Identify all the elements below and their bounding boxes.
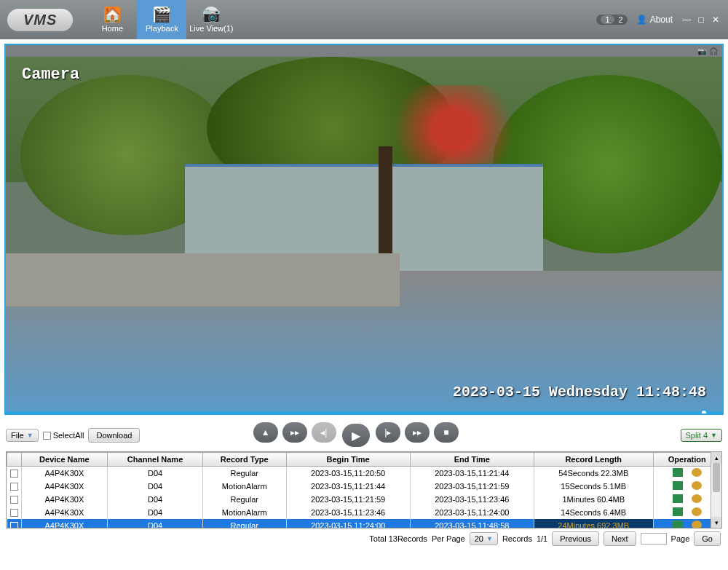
cell-channel: D04: [108, 519, 203, 529]
video-progress-handle[interactable]: [700, 409, 708, 415]
row-checkbox[interactable]: [10, 509, 18, 517]
cell-type: Regular: [202, 493, 286, 506]
snapshot-icon[interactable]: 📷: [697, 47, 706, 55]
download-button[interactable]: Download: [88, 428, 140, 443]
tab-home[interactable]: 🏠 Home: [87, 0, 137, 39]
fast-forward-button[interactable]: ▸▸: [405, 422, 430, 443]
window-controls: — □ ✕: [681, 15, 721, 25]
records-table: Device Name Channel Name Record Type Beg…: [7, 452, 721, 529]
table-header-row: Device Name Channel Name Record Type Beg…: [7, 453, 721, 467]
video-progress[interactable]: [6, 411, 722, 413]
play-button[interactable]: ▶: [341, 422, 371, 448]
cell-end: 2023-03-15,11:21:44: [410, 467, 534, 480]
playback-toolbar: File ▼ SelectAll Download ▲ ▸▸ ◂| ▶ |▸ ▸…: [0, 419, 728, 451]
cell-device: A4P4K30X: [21, 480, 108, 493]
cell-device: A4P4K30X: [21, 493, 108, 506]
clock-icon[interactable]: [692, 468, 702, 477]
col-device[interactable]: Device Name: [21, 453, 108, 467]
download-icon[interactable]: [673, 468, 683, 477]
per-page-select[interactable]: 20 ▼: [470, 532, 498, 545]
select-all-checkbox[interactable]: SelectAll: [43, 431, 84, 440]
cell-end: 2023-03-15,11:23:46: [410, 493, 534, 506]
tab-liveview-label: Live View(1): [189, 24, 233, 33]
next-button[interactable]: Next: [604, 531, 636, 546]
table-row[interactable]: A4P4K30XD04Regular2023-03-15,11:20:50202…: [7, 467, 721, 480]
playback-icon: 🎬: [154, 7, 170, 23]
cell-channel: D04: [108, 493, 203, 506]
go-button[interactable]: Go: [694, 531, 721, 546]
page-label: Page: [671, 534, 690, 543]
rewind-button[interactable]: ▸▸: [282, 422, 307, 443]
user-icon: 👤: [636, 15, 647, 25]
clock-icon[interactable]: [692, 481, 702, 490]
counter-1: 1: [601, 15, 614, 24]
cell-type: MotionAlarm: [202, 506, 286, 519]
alarm-counter[interactable]: 1 2: [596, 15, 627, 25]
video-frame: [6, 57, 722, 413]
col-channel[interactable]: Channel Name: [108, 453, 203, 467]
tab-playback[interactable]: 🎬 Playback: [137, 0, 186, 39]
checkbox-icon: [43, 432, 51, 440]
tab-liveview[interactable]: 📷 Live View(1): [186, 0, 236, 39]
clock-icon[interactable]: [692, 494, 702, 503]
per-page-label: Per Page: [432, 534, 465, 543]
page-input[interactable]: [641, 533, 667, 545]
col-end[interactable]: End Time: [410, 453, 534, 467]
pager-bar: Total 13Records Per Page 20 ▼ Records 1/…: [0, 529, 728, 549]
titlebar: VMS 🏠 Home 🎬 Playback 📷 Live View(1) 1 2…: [0, 0, 728, 39]
maximize-button[interactable]: □: [696, 15, 706, 25]
liveview-icon: 📷: [203, 7, 219, 23]
file-dropdown[interactable]: File ▼: [6, 429, 39, 442]
col-type[interactable]: Record Type: [202, 453, 286, 467]
col-length[interactable]: Record Length: [534, 453, 653, 467]
video-viewport[interactable]: 📷 🎧 Camera 2023-03-15 Wednesday 11:48:48: [4, 44, 724, 415]
row-checkbox[interactable]: [10, 483, 18, 491]
cell-begin: 2023-03-15,11:20:50: [286, 467, 410, 480]
eject-button[interactable]: ▲: [253, 422, 278, 443]
scroll-up-button[interactable]: ▴: [711, 452, 721, 463]
select-all-label: SelectAll: [53, 431, 84, 440]
cell-begin: 2023-03-15,11:21:44: [286, 480, 410, 493]
download-icon[interactable]: [673, 520, 683, 529]
camera-overlay-label: Camera: [22, 66, 79, 84]
vertical-scrollbar[interactable]: ▴ ▾: [711, 452, 721, 528]
nav-tabs: 🏠 Home 🎬 Playback 📷 Live View(1): [87, 0, 236, 39]
prev-frame-button[interactable]: ◂|: [312, 422, 336, 443]
cell-length: 15Seconds 5.1MB: [534, 480, 653, 493]
split-dropdown[interactable]: Split 4 ▼: [681, 429, 723, 442]
about-button[interactable]: 👤 About: [636, 15, 673, 25]
row-checkbox[interactable]: [10, 522, 18, 529]
cell-length: 1Minutes 60.4MB: [534, 493, 653, 506]
cell-channel: D04: [108, 480, 203, 493]
cell-device: A4P4K30X: [21, 467, 108, 480]
table-row[interactable]: A4P4K30XD04MotionAlarm2023-03-15,11:21:4…: [7, 480, 721, 493]
close-button[interactable]: ✕: [711, 15, 721, 25]
previous-button[interactable]: Previous: [552, 531, 599, 546]
scroll-down-button[interactable]: ▾: [711, 517, 721, 528]
download-icon[interactable]: [673, 507, 683, 516]
table-row[interactable]: A4P4K30XD04Regular2023-03-15,11:21:59202…: [7, 493, 721, 506]
titlebar-right: 1 2 👤 About — □ ✕: [596, 15, 721, 25]
row-checkbox[interactable]: [10, 496, 18, 504]
download-icon[interactable]: [673, 494, 683, 503]
audio-icon[interactable]: 🎧: [709, 47, 718, 55]
download-icon[interactable]: [673, 481, 683, 490]
cell-type: Regular: [202, 519, 286, 529]
cell-type: MotionAlarm: [202, 480, 286, 493]
cell-length: 54Seconds 22.3MB: [534, 467, 653, 480]
records-word: Records: [502, 534, 532, 543]
cell-end: 2023-03-15,11:48:58: [410, 519, 534, 529]
table-row[interactable]: A4P4K30XD04MotionAlarm2023-03-15,11:23:4…: [7, 506, 721, 519]
next-frame-button[interactable]: |▸: [376, 422, 400, 443]
tab-home-label: Home: [102, 24, 123, 33]
stop-button[interactable]: ■: [434, 422, 459, 443]
minimize-button[interactable]: —: [681, 15, 692, 25]
file-label: File: [11, 431, 24, 440]
row-checkbox[interactable]: [10, 470, 18, 478]
clock-icon[interactable]: [692, 520, 702, 529]
clock-icon[interactable]: [692, 507, 702, 516]
col-begin[interactable]: Begin Time: [286, 453, 410, 467]
chevron-down-icon: ▼: [27, 432, 33, 439]
scroll-thumb[interactable]: [713, 463, 720, 492]
table-row[interactable]: A4P4K30XD04Regular2023-03-15,11:24:00202…: [7, 519, 721, 529]
